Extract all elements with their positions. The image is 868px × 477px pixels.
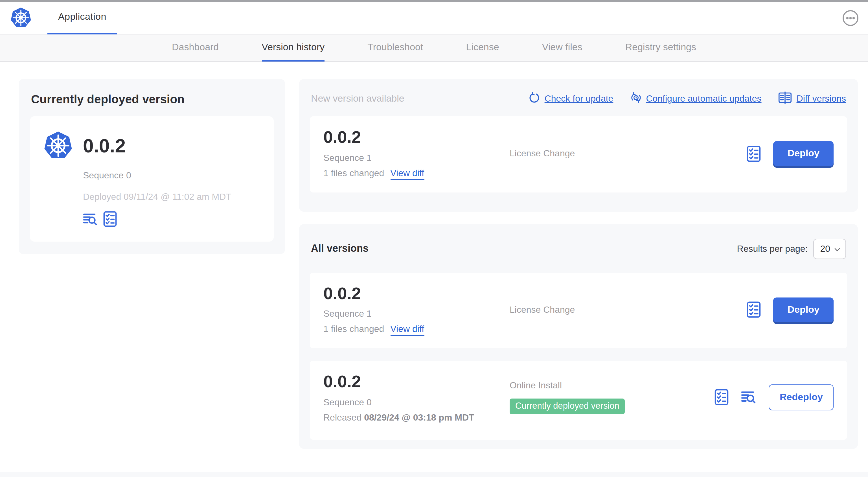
app-footer: v1.109.3 [0, 472, 868, 477]
deploy-logs-icon[interactable] [83, 212, 98, 226]
currently-deployed-title: Currently deployed version [31, 93, 274, 106]
version-sequence: Sequence 0 [323, 397, 509, 407]
diff-icon [779, 91, 792, 106]
released-timestamp: Released 08/29/24 @ 03:18 pm MDT [323, 412, 509, 422]
new-version-panel: New version available Check for update [299, 79, 858, 211]
more-menu-button[interactable] [842, 9, 859, 26]
redeploy-button[interactable]: Redeploy [769, 384, 834, 410]
results-per-page-label: Results per page: [737, 244, 808, 254]
version-number: 0.0.2 [323, 372, 509, 391]
results-per-page-value: 20 [820, 244, 830, 254]
deployed-version-number: 0.0.2 [83, 135, 126, 157]
diff-versions-link[interactable]: Diff versions [779, 91, 846, 106]
version-sequence: Sequence 1 [323, 309, 509, 319]
version-source: License Change [509, 305, 740, 315]
currently-deployed-card: Currently deployed version [19, 79, 285, 254]
released-date: 08/29/24 @ 03:18 pm MDT [364, 412, 474, 422]
kubernetes-logo-icon [43, 130, 73, 161]
results-per-page-select[interactable]: 20 [813, 239, 846, 259]
version-number: 0.0.2 [323, 284, 509, 303]
version-source: License Change [509, 149, 740, 159]
app-tab-label: Application [58, 11, 106, 23]
main-content: Currently deployed version [0, 62, 868, 449]
link-label: Configure automatic updates [646, 94, 761, 104]
preflight-checks-icon[interactable] [747, 302, 761, 318]
deployed-version-card: 0.0.2 Sequence 0 Deployed 09/11/24 @ 11:… [30, 116, 274, 242]
files-changed-label: 1 files changed [323, 168, 384, 178]
configure-automatic-updates-link[interactable]: Configure automatic updates [630, 92, 761, 106]
chevron-down-icon [834, 244, 840, 254]
currently-deployed-badge: Currently deployed version [509, 398, 625, 414]
tab-registry-settings[interactable]: Registry settings [625, 34, 696, 62]
link-label: Diff versions [797, 94, 846, 104]
new-version-title: New version available [311, 93, 404, 105]
application-window: Application Dashboard Version history Tr… [0, 0, 868, 477]
new-version-row: 0.0.2 Sequence 1 1 files changed View di… [310, 116, 847, 192]
right-column: New version available Check for update [299, 79, 858, 448]
preflight-checks-icon[interactable] [103, 211, 117, 227]
app-subnav: Dashboard Version history Troubleshoot L… [0, 34, 868, 62]
kubernetes-logo-icon [10, 6, 32, 29]
tab-license[interactable]: License [466, 34, 499, 62]
tab-label: View files [542, 41, 582, 53]
preflight-checks-icon[interactable] [715, 389, 729, 406]
tab-label: Version history [261, 41, 324, 53]
files-changed-label: 1 files changed [323, 324, 384, 334]
version-row: 0.0.2 Sequence 0 Released 08/29/24 @ 03:… [310, 361, 847, 440]
deployed-sequence: Sequence 0 [83, 171, 262, 181]
check-for-update-link[interactable]: Check for update [529, 92, 614, 106]
deployed-timestamp: Deployed 09/11/24 @ 11:02 am MDT [83, 192, 262, 202]
version-sequence: Sequence 1 [323, 153, 509, 163]
app-header: Application [0, 2, 868, 34]
tab-view-files[interactable]: View files [542, 34, 582, 62]
refresh-icon [529, 92, 540, 106]
version-source: Online Install [509, 381, 708, 391]
version-row: 0.0.2 Sequence 1 1 files changed View di… [310, 272, 847, 348]
auto-update-icon [630, 92, 642, 106]
all-versions-title: All versions [311, 243, 369, 255]
tab-label: License [466, 41, 499, 53]
tab-label: Registry settings [625, 41, 696, 53]
version-number: 0.0.2 [323, 127, 509, 147]
link-label: Check for update [545, 94, 614, 104]
preflight-checks-icon[interactable] [747, 146, 761, 162]
tab-label: Troubleshoot [367, 41, 423, 53]
deploy-button[interactable]: Deploy [773, 297, 834, 322]
tab-dashboard[interactable]: Dashboard [172, 34, 219, 62]
released-label: Released [323, 412, 362, 422]
deploy-logs-icon[interactable] [741, 390, 756, 405]
all-versions-panel: All versions Results per page: 20 0.0 [299, 224, 858, 448]
tab-version-history[interactable]: Version history [261, 34, 324, 62]
view-diff-link[interactable]: View diff [390, 168, 424, 180]
deploy-button[interactable]: Deploy [773, 141, 834, 166]
tab-label: Dashboard [172, 41, 219, 53]
tab-application[interactable]: Application [48, 1, 117, 34]
view-diff-link[interactable]: View diff [390, 324, 424, 336]
tab-troubleshoot[interactable]: Troubleshoot [367, 34, 423, 62]
